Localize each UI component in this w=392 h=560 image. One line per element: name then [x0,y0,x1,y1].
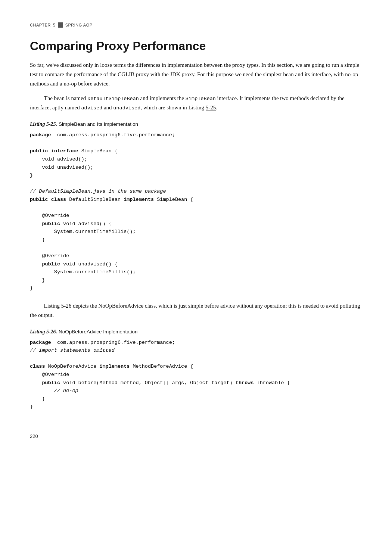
chapter-section: SPRING AOP [65,23,93,27]
section-title: Comparing Proxy Performance [30,39,362,53]
paragraph-1: So far, we've discussed only in loose te… [30,60,362,88]
listing-25-ref[interactable]: 5-25 [206,105,216,111]
listing-26-code: package com.apress.prospring6.five.perfo… [30,339,362,411]
listing-25-code: package com.apress.prospring6.five.perfo… [30,131,362,292]
chapter-num: 5 [53,23,56,27]
listing-25-label: Listing 5-25. SimpleBean and Its Impleme… [30,121,362,127]
paragraph-2: The bean is named DefaultSimpleBean and … [30,94,362,113]
listing-26-ref[interactable]: 5-26 [61,303,72,309]
chapter-header: CHAPTER 5 SPRING AOP [30,22,362,28]
page-number: 220 [30,433,362,439]
separator-icon [58,22,63,28]
listing-26-label: Listing 5-26. NoOpBeforeAdvice Implement… [30,329,362,335]
paragraph-3: Listing 5-26 depicts the NoOpBeforeAdvic… [30,301,362,320]
chapter-label: CHAPTER [30,23,51,27]
